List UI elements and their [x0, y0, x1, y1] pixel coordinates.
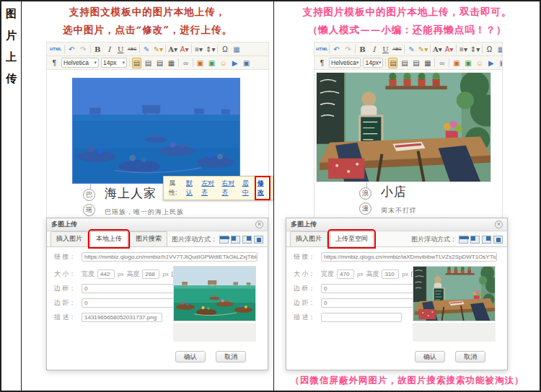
dialog-tab-1[interactable]: 插入图片 — [50, 231, 88, 246]
gallery-icon[interactable]: ▣ — [242, 58, 251, 68]
italic-button[interactable]: I — [105, 44, 114, 55]
width-input[interactable]: 470 — [337, 270, 354, 279]
image-upload-icon[interactable]: ▣ — [463, 58, 472, 68]
description-input[interactable]: 1431965658052031737.png — [82, 313, 162, 322]
editor-toolbar-row1: HTML↶↷BIUABC✎✎▾A▾A▾≡▾⇕▾Ω▦ — [47, 43, 268, 56]
align-left-button[interactable]: ▤ — [388, 58, 397, 68]
cafe-article-image[interactable] — [316, 72, 491, 182]
format-brush-icon[interactable]: ✎▾ — [418, 44, 428, 55]
line-height-icon[interactable]: ⇕▾ — [470, 44, 480, 55]
paragraph-icon[interactable]: ¶ — [50, 58, 59, 68]
float-center-icon[interactable] — [493, 236, 503, 244]
image-icon[interactable]: ▣ — [195, 58, 205, 68]
emoticon-icon[interactable]: ☺ — [475, 58, 484, 68]
property-link[interactable]: 右对齐 — [221, 179, 237, 197]
line-height-icon[interactable]: ⇕▾ — [206, 44, 215, 55]
align-center-button[interactable]: ▤ — [144, 58, 153, 68]
font-color-icon[interactable]: A▾ — [433, 44, 442, 55]
special-char-icon[interactable]: Ω — [485, 44, 494, 55]
redo-icon[interactable]: ↷ — [79, 44, 88, 55]
toolbar-separator — [449, 58, 449, 67]
float-default-icon[interactable] — [459, 236, 468, 244]
cancel-button[interactable]: 取消 — [216, 351, 246, 362]
property-link[interactable]: 修改 — [258, 179, 268, 197]
video-icon[interactable]: ▶ — [486, 58, 496, 68]
underline-button[interactable]: U — [381, 44, 390, 55]
close-icon[interactable]: × — [255, 220, 263, 228]
font-family-select[interactable]: Helvetica▾ — [329, 58, 361, 68]
float-center-icon[interactable] — [254, 236, 263, 244]
highlight-color-icon[interactable]: A▾ — [180, 44, 189, 55]
format-brush-icon[interactable]: ✎▾ — [154, 44, 163, 55]
cancel-button[interactable]: 取消 — [455, 351, 485, 362]
description-input[interactable] — [321, 313, 402, 322]
strikethrough-button[interactable]: ABC — [392, 44, 402, 55]
link-icon[interactable]: ∞ — [181, 58, 190, 68]
float-left-icon[interactable] — [231, 236, 240, 244]
html-source-icon[interactable]: HTML — [317, 44, 327, 55]
preview-thumbnail — [173, 266, 256, 321]
float-left-icon[interactable] — [470, 236, 480, 244]
undo-icon[interactable]: ↶ — [332, 44, 341, 55]
font-size-select[interactable]: 14px▾ — [101, 58, 127, 68]
align-right-button[interactable]: ▤ — [155, 58, 164, 68]
description-label: 描 述： — [54, 313, 79, 322]
font-size-select[interactable]: 14px▾ — [363, 58, 383, 68]
highlight-color-icon[interactable]: A▾ — [444, 44, 454, 55]
indent-icon[interactable]: ≡▾ — [459, 44, 468, 55]
align-justify-button[interactable]: ▦ — [423, 58, 432, 68]
eraser-icon[interactable]: ✎ — [407, 44, 416, 55]
font-family-select[interactable]: Helvetica▾ — [61, 58, 99, 68]
paragraph-icon[interactable]: ¶ — [317, 58, 327, 68]
width-input[interactable]: 442 — [97, 270, 115, 279]
table-icon[interactable]: ▦ — [496, 44, 502, 55]
link-input[interactable]: https://mmbiz.qlogo.cn/mmbiz/h1VV7TJtQud… — [82, 252, 258, 262]
italic-button[interactable]: I — [369, 44, 379, 55]
confirm-button[interactable]: 确认 — [175, 351, 206, 362]
redo-icon[interactable]: ↷ — [343, 44, 353, 55]
font-color-icon[interactable]: A▾ — [168, 44, 177, 55]
property-label: 属性: — [169, 179, 181, 197]
link-input[interactable]: https://mmbiz.qlogo.cn/mmbiz/iaXDmvibibw… — [321, 252, 497, 262]
property-link[interactable]: 左对齐 — [201, 179, 216, 197]
video-icon[interactable]: ▶ — [230, 58, 239, 68]
confirm-button[interactable]: 确认 — [415, 351, 445, 362]
link-label: 链 接： — [54, 252, 79, 262]
property-link[interactable]: 居中 — [242, 179, 252, 197]
indent-icon[interactable]: ≡▾ — [194, 44, 203, 55]
sidebar-char: 图 — [6, 7, 17, 21]
close-icon[interactable]: × — [495, 220, 503, 228]
toolbar-separator — [385, 58, 386, 67]
image-upload-icon[interactable]: ▣ — [207, 58, 216, 68]
undo-icon[interactable]: ↶ — [67, 44, 76, 55]
emoticon-icon[interactable]: ☺ — [219, 58, 228, 68]
margin-label: 边 距： — [294, 298, 318, 308]
align-left-button[interactable]: ▤ — [132, 58, 141, 68]
align-justify-button[interactable]: ▦ — [167, 58, 176, 68]
bold-button[interactable]: B — [358, 44, 367, 55]
bold-button[interactable]: B — [93, 44, 102, 55]
height-input[interactable]: 310 — [382, 270, 399, 279]
dialog-tab-2[interactable]: 本地上传 — [90, 231, 128, 246]
table-icon[interactable]: ▦ — [232, 44, 241, 55]
align-right-button[interactable]: ▤ — [411, 58, 421, 68]
dialog-tab-2[interactable]: 上传至空间 — [330, 231, 374, 246]
html-source-icon[interactable]: HTML — [50, 44, 62, 55]
eraser-icon[interactable]: ✎ — [142, 44, 151, 55]
property-link[interactable]: 默认 — [186, 179, 196, 197]
align-center-button[interactable]: ▤ — [400, 58, 409, 68]
height-input[interactable]: 268 — [142, 270, 159, 279]
float-right-icon[interactable] — [482, 236, 491, 244]
dialog-tab-1[interactable]: 插入图片 — [290, 231, 327, 246]
gallery-icon[interactable]: ▣ — [498, 58, 502, 68]
strikethrough-button[interactable]: ABC — [128, 44, 137, 55]
link-icon[interactable]: ∞ — [437, 58, 447, 68]
property-links: 默认左对齐右对齐居中修改 — [186, 179, 268, 197]
image-icon[interactable]: ▣ — [452, 58, 461, 68]
link-label: 链 接： — [294, 252, 318, 262]
float-default-icon[interactable] — [219, 236, 229, 244]
underline-button[interactable]: U — [116, 44, 126, 55]
dialog-tab-3[interactable]: 图片搜索 — [130, 231, 167, 246]
float-right-icon[interactable] — [242, 236, 252, 244]
special-char-icon[interactable]: Ω — [220, 44, 229, 55]
